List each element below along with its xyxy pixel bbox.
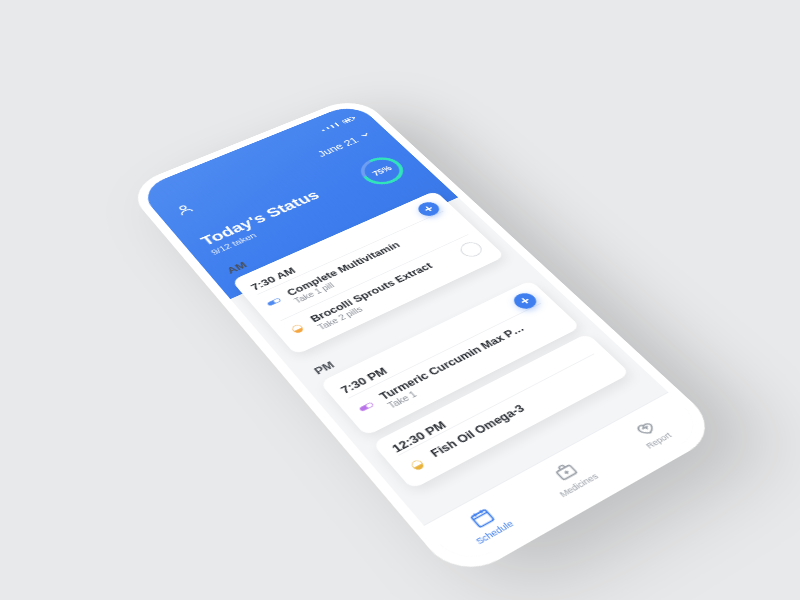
plus-icon: + xyxy=(421,203,437,214)
pill-icon xyxy=(405,455,430,474)
progress-label: 75% xyxy=(350,151,413,191)
pill-icon xyxy=(286,321,308,337)
mark-taken-button[interactable] xyxy=(456,240,486,260)
app-screen: June 21 Today's Status 9/12 taken xyxy=(137,102,708,569)
chevron-down-icon xyxy=(357,130,374,141)
phone-mockup: June 21 Today's Status 9/12 taken xyxy=(124,95,723,583)
pill-icon xyxy=(355,398,379,416)
svg-point-0 xyxy=(179,205,187,210)
plus-icon: + xyxy=(517,294,534,307)
profile-icon[interactable] xyxy=(173,202,198,219)
date-selector[interactable]: June 21 xyxy=(315,130,374,159)
progress-ring: 75% xyxy=(350,151,413,191)
pill-icon xyxy=(263,294,285,310)
date-label: June 21 xyxy=(315,136,361,159)
